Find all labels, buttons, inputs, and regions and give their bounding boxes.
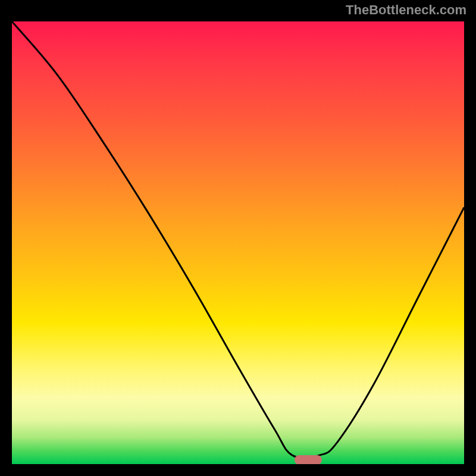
- bottleneck-curve: [12, 21, 464, 464]
- curve-path: [12, 21, 464, 458]
- chart-container: TheBottleneck.com: [0, 0, 476, 476]
- sweet-spot-marker: [295, 455, 322, 464]
- watermark-text: TheBottleneck.com: [346, 2, 466, 18]
- plot-area: [12, 21, 464, 464]
